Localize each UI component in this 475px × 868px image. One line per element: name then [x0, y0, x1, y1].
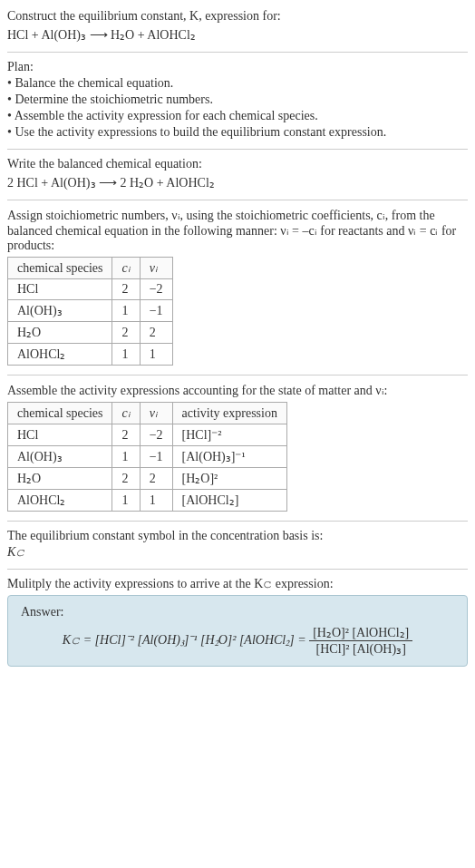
divider	[7, 521, 468, 522]
cell: 1	[112, 300, 140, 322]
title-line1: Construct the equilibrium constant, K, e…	[7, 9, 468, 24]
cell: 2	[140, 468, 172, 490]
ci-header: cᵢ	[121, 261, 130, 275]
cell: 2	[112, 279, 140, 300]
col-header: νᵢ	[140, 403, 172, 424]
multiply-block: Mulitply the activity expressions to arr…	[7, 577, 468, 667]
cell: 2	[112, 424, 140, 446]
table-header-row: chemical species cᵢ νᵢ activity expressi…	[8, 403, 287, 424]
cell: 1	[112, 490, 140, 512]
multiply-text: Mulitply the activity expressions to arr…	[7, 577, 468, 591]
activity-table: chemical species cᵢ νᵢ activity expressi…	[7, 402, 287, 512]
kc-line2: K𝚌	[7, 545, 468, 560]
answer-numerator: [H₂O]² [AlOHCl₂]	[309, 625, 412, 641]
answer-equation: K𝚌 = [HCl]⁻² [Al(OH)₃]⁻¹ [H₂O]² [AlOHCl₂…	[21, 625, 454, 657]
cell: −1	[140, 446, 172, 468]
table-row: HCl 2 −2	[8, 279, 173, 300]
cell: −2	[140, 279, 172, 300]
table-row: H₂O 2 2	[8, 322, 173, 344]
divider	[7, 375, 468, 375]
plan-item: • Determine the stoichiometric numbers.	[7, 93, 468, 107]
answer-box: Answer: K𝚌 = [HCl]⁻² [Al(OH)₃]⁻¹ [H₂O]² …	[7, 595, 468, 667]
cell: [Al(OH)₃]⁻¹	[172, 446, 286, 468]
table-row: AlOHCl₂ 1 1	[8, 344, 173, 366]
cell: −1	[140, 300, 172, 322]
reaction-balanced: 2 HCl + Al(OH)₃ ⟶ 2 H₂O + AlOHCl₂	[7, 175, 468, 190]
table-row: AlOHCl₂ 1 1 [AlOHCl₂]	[8, 490, 287, 512]
assign-text: Assign stoichiometric numbers, νᵢ, using…	[7, 208, 468, 253]
col-header: chemical species	[8, 403, 112, 424]
col-header: activity expression	[172, 403, 286, 424]
plan-block: Plan: • Balance the chemical equation. •…	[7, 60, 468, 140]
answer-fraction: [H₂O]² [AlOHCl₂] [HCl]² [Al(OH)₃]	[309, 625, 412, 657]
balanced-header: Write the balanced chemical equation:	[7, 157, 468, 171]
plan-item: • Balance the chemical equation.	[7, 76, 468, 91]
title-block: Construct the equilibrium constant, K, e…	[7, 9, 468, 43]
divider	[7, 200, 468, 200]
plan-header: Plan:	[7, 60, 468, 74]
cell: 1	[112, 344, 140, 366]
cell: 2	[140, 322, 172, 344]
cell: 1	[140, 490, 172, 512]
activity-block: Assemble the activity expressions accoun…	[7, 383, 468, 512]
table-row: Al(OH)₃ 1 −1 [Al(OH)₃]⁻¹	[8, 446, 287, 468]
cell: HCl	[8, 279, 112, 300]
reaction-unbalanced: HCl + Al(OH)₃ ⟶ H₂O + AlOHCl₂	[7, 27, 468, 43]
ci-header: cᵢ	[121, 406, 130, 420]
cell: [HCl]⁻²	[172, 424, 286, 446]
plan-item: • Use the activity expressions to build …	[7, 125, 468, 140]
cell: AlOHCl₂	[8, 344, 112, 366]
divider	[7, 149, 468, 150]
plan-item: • Assemble the activity expression for e…	[7, 109, 468, 123]
cell: 2	[112, 468, 140, 490]
stoich-table: chemical species cᵢ νᵢ HCl 2 −2 Al(OH)₃ …	[7, 257, 173, 366]
kc-line1: The equilibrium constant symbol in the c…	[7, 529, 468, 543]
col-header: νᵢ	[140, 258, 172, 279]
cell: Al(OH)₃	[8, 446, 112, 468]
cell: Al(OH)₃	[8, 300, 112, 322]
assemble-text: Assemble the activity expressions accoun…	[7, 383, 468, 398]
cell: 1	[140, 344, 172, 366]
stoich-block: Assign stoichiometric numbers, νᵢ, using…	[7, 208, 468, 366]
cell: H₂O	[8, 322, 112, 344]
divider	[7, 52, 468, 53]
col-header: chemical species	[8, 258, 112, 279]
cell: −2	[140, 424, 172, 446]
table-header-row: chemical species cᵢ νᵢ	[8, 258, 173, 279]
table-row: HCl 2 −2 [HCl]⁻²	[8, 424, 287, 446]
answer-denominator: [HCl]² [Al(OH)₃]	[309, 641, 412, 657]
cell: H₂O	[8, 468, 112, 490]
col-header: cᵢ	[112, 258, 140, 279]
answer-label: Answer:	[21, 605, 454, 619]
table-row: H₂O 2 2 [H₂O]²	[8, 468, 287, 490]
divider	[7, 569, 468, 570]
cell: [H₂O]²	[172, 468, 286, 490]
balanced-block: Write the balanced chemical equation: 2 …	[7, 157, 468, 190]
nu-header: νᵢ	[150, 261, 158, 275]
cell: HCl	[8, 424, 112, 446]
col-header: cᵢ	[112, 403, 140, 424]
cell: AlOHCl₂	[8, 490, 112, 512]
answer-lhs: K𝚌 = [HCl]⁻² [Al(OH)₃]⁻¹ [H₂O]² [AlOHCl₂…	[63, 633, 309, 647]
cell: [AlOHCl₂]	[172, 490, 286, 512]
cell: 1	[112, 446, 140, 468]
table-row: Al(OH)₃ 1 −1	[8, 300, 173, 322]
kc-symbol-block: The equilibrium constant symbol in the c…	[7, 529, 468, 560]
nu-header: νᵢ	[150, 406, 158, 420]
cell: 2	[112, 322, 140, 344]
